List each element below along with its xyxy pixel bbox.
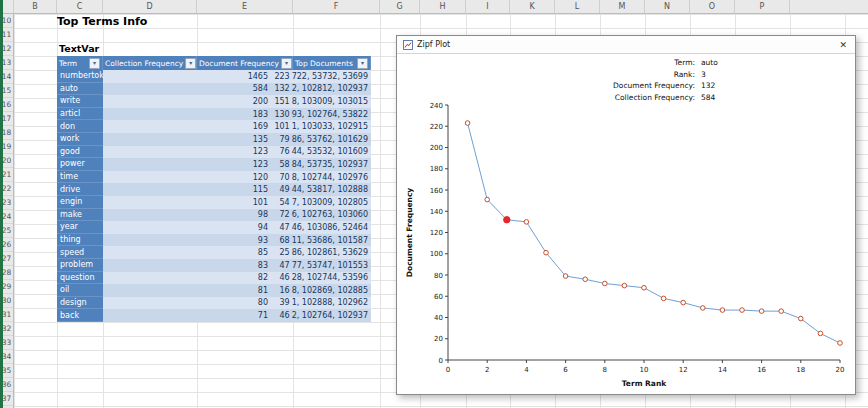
collection-frequency-cell[interactable]: 71	[103, 309, 271, 322]
chart-point[interactable]	[622, 283, 627, 288]
chart-point[interactable]	[583, 277, 588, 282]
doc-frequency-topdocs-cell[interactable]: 223722, 53732, 53699	[271, 70, 371, 83]
doc-frequency-topdocs-cell[interactable]: 462, 102764, 102937	[271, 309, 371, 322]
table-header-cell[interactable]: Top Documents▾	[293, 56, 371, 70]
collection-frequency-cell[interactable]: 115	[103, 183, 271, 196]
column-header-P[interactable]: P	[735, 0, 790, 13]
collection-frequency-cell[interactable]: 123	[103, 146, 271, 159]
table-header-cell[interactable]: Term▾	[57, 56, 103, 70]
term-cell[interactable]: speed	[57, 246, 103, 259]
collection-frequency-cell[interactable]: 82	[103, 272, 271, 285]
doc-frequency-topdocs-cell[interactable]: 391, 102888, 102962	[271, 297, 371, 310]
doc-frequency-topdocs-cell[interactable]: 6811, 53686, 101587	[271, 234, 371, 247]
column-header-N[interactable]: N	[645, 0, 690, 13]
collection-frequency-cell[interactable]: 83	[103, 259, 271, 272]
doc-frequency-topdocs-cell[interactable]: 1322, 102812, 102937	[271, 83, 371, 96]
column-header-L[interactable]: L	[555, 0, 600, 13]
doc-frequency-topdocs-cell[interactable]: 7644, 53532, 101609	[271, 146, 371, 159]
column-header-H[interactable]: H	[420, 0, 466, 13]
chart-point[interactable]	[544, 250, 549, 255]
column-header-K[interactable]: K	[510, 0, 555, 13]
collection-frequency-cell[interactable]: 94	[103, 221, 271, 234]
chart-point[interactable]	[740, 308, 745, 313]
collection-frequency-cell[interactable]: 584	[103, 83, 271, 96]
term-cell[interactable]: work	[57, 133, 103, 146]
doc-frequency-topdocs-cell[interactable]: 2586, 102861, 53629	[271, 246, 371, 259]
term-cell[interactable]: question	[57, 272, 103, 285]
column-header-M[interactable]: M	[600, 0, 645, 13]
collection-frequency-cell[interactable]: 98	[103, 209, 271, 222]
doc-frequency-topdocs-cell[interactable]: 7986, 53762, 101629	[271, 133, 371, 146]
column-header-D[interactable]: D	[103, 0, 197, 13]
collection-frequency-cell[interactable]: 169	[103, 120, 271, 133]
term-cell[interactable]: good	[57, 146, 103, 159]
column-header-I[interactable]: I	[466, 0, 510, 13]
filter-arrow-icon[interactable]: ▾	[357, 58, 368, 69]
chart-point[interactable]	[485, 197, 490, 202]
collection-frequency-cell[interactable]: 80	[103, 297, 271, 310]
term-cell[interactable]: numbertok	[57, 70, 103, 83]
filter-arrow-icon[interactable]: ▾	[89, 58, 100, 69]
doc-frequency-topdocs-cell[interactable]: 1518, 103009, 103015	[271, 95, 371, 108]
chart-point[interactable]	[661, 296, 666, 301]
doc-frequency-topdocs-cell[interactable]: 547, 103009, 102805	[271, 196, 371, 209]
doc-frequency-topdocs-cell[interactable]: 1011, 103033, 102915	[271, 120, 371, 133]
collection-frequency-cell[interactable]: 200	[103, 95, 271, 108]
doc-frequency-topdocs-cell[interactable]: 708, 102744, 102976	[271, 171, 371, 184]
term-cell[interactable]: don	[57, 120, 103, 133]
collection-frequency-cell[interactable]: 85	[103, 246, 271, 259]
term-cell[interactable]: make	[57, 209, 103, 222]
collection-frequency-cell[interactable]: 135	[103, 133, 271, 146]
chart-point[interactable]	[642, 285, 647, 290]
collection-frequency-cell[interactable]: 81	[103, 284, 271, 297]
column-header-E[interactable]: E	[197, 0, 293, 13]
chart-point[interactable]	[681, 300, 686, 305]
collection-frequency-cell[interactable]: 1465	[103, 70, 271, 83]
chart-point[interactable]	[759, 309, 764, 314]
term-cell[interactable]: drive	[57, 183, 103, 196]
chart-point[interactable]	[838, 341, 843, 346]
chart-point[interactable]	[524, 220, 529, 225]
chart-point[interactable]	[701, 306, 706, 311]
term-cell[interactable]: design	[57, 297, 103, 310]
column-header-B[interactable]: B	[14, 0, 57, 13]
close-icon[interactable]: ✕	[837, 40, 849, 50]
term-cell[interactable]: thing	[57, 234, 103, 247]
term-cell[interactable]: back	[57, 309, 103, 322]
filter-arrow-icon[interactable]: ▾	[281, 58, 292, 69]
chart-point[interactable]	[779, 309, 784, 314]
term-cell[interactable]: engin	[57, 196, 103, 209]
column-header-F[interactable]: F	[293, 0, 380, 13]
chart-point[interactable]	[563, 274, 568, 279]
table-header-cell[interactable]: Document Frequency▾	[197, 56, 293, 70]
column-header-G[interactable]: G	[380, 0, 420, 13]
table-header-cell[interactable]: Collection Frequency▾	[103, 56, 197, 70]
doc-frequency-topdocs-cell[interactable]: 13093, 102764, 53822	[271, 108, 371, 121]
column-header-O[interactable]: O	[690, 0, 735, 13]
doc-frequency-topdocs-cell[interactable]: 4628, 102744, 53596	[271, 272, 371, 285]
doc-frequency-topdocs-cell[interactable]: 5884, 53735, 102937	[271, 158, 371, 171]
doc-frequency-topdocs-cell[interactable]: 4746, 103086, 52464	[271, 221, 371, 234]
term-cell[interactable]: articl	[57, 108, 103, 121]
term-cell[interactable]: write	[57, 95, 103, 108]
chart-point[interactable]	[720, 308, 725, 313]
term-cell[interactable]: year	[57, 221, 103, 234]
collection-frequency-cell[interactable]: 120	[103, 171, 271, 184]
collection-frequency-cell[interactable]: 93	[103, 234, 271, 247]
chart-point[interactable]	[818, 331, 823, 336]
term-cell[interactable]: time	[57, 171, 103, 184]
chart-point[interactable]	[603, 281, 608, 286]
term-cell[interactable]: power	[57, 158, 103, 171]
collection-frequency-cell[interactable]: 123	[103, 158, 271, 171]
doc-frequency-topdocs-cell[interactable]: 726, 102763, 103060	[271, 209, 371, 222]
column-header-C[interactable]: C	[57, 0, 103, 13]
collection-frequency-cell[interactable]: 183	[103, 108, 271, 121]
term-cell[interactable]: oil	[57, 284, 103, 297]
doc-frequency-topdocs-cell[interactable]: 168, 102869, 102885	[271, 284, 371, 297]
doc-frequency-topdocs-cell[interactable]: 4944, 53817, 102888	[271, 183, 371, 196]
zipf-window-titlebar[interactable]: Zipf Plot ✕	[397, 36, 855, 54]
collection-frequency-cell[interactable]: 101	[103, 196, 271, 209]
chart-point-selected[interactable]	[504, 217, 510, 223]
chart-point[interactable]	[799, 316, 804, 321]
term-cell[interactable]: auto	[57, 83, 103, 96]
